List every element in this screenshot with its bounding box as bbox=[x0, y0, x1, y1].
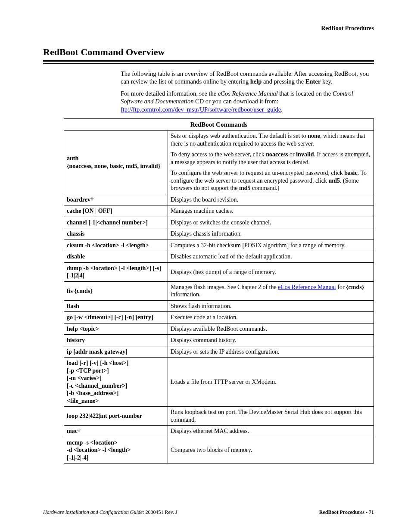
text: information. bbox=[171, 291, 201, 298]
desc-boardrev: Displays the board revision. bbox=[168, 194, 374, 205]
text: CD or you can download it from: bbox=[193, 98, 278, 105]
cmd-help: help <topic> bbox=[64, 323, 168, 335]
footer-left: Hardware Installation and Configuration … bbox=[43, 509, 177, 516]
cmd-boardrev: boardrev† bbox=[64, 194, 168, 205]
kw-invalid: invalid bbox=[296, 151, 314, 158]
cmd-dump: dump -b <location> [-l <length>] [-s] [-… bbox=[64, 262, 168, 281]
text: . bbox=[281, 106, 283, 113]
kw-basic: basic bbox=[344, 170, 357, 176]
table-row: cksum -b <location> -l <length>Computes … bbox=[64, 240, 374, 251]
table-row: chassisDisplays chassis information. bbox=[64, 228, 374, 240]
table-row: historyDisplays command history. bbox=[64, 335, 374, 346]
desc-auth: Sets or displays web authentication. The… bbox=[168, 131, 374, 194]
text: To deny access to the web server, click bbox=[171, 151, 266, 158]
cmd-auth: auth {noaccess, none, basic, md5, invali… bbox=[64, 131, 168, 194]
help-keyword: help bbox=[250, 78, 262, 85]
cmd-cache: cache [ON | OFF] bbox=[64, 205, 168, 217]
desc-mac: Displays ethernet MAC address. bbox=[168, 426, 374, 437]
desc-cache: Manages machine caches. bbox=[168, 205, 374, 217]
desc-mcmp: Compares two blocks of memory. bbox=[168, 437, 374, 464]
table-row: loop 232|422|int port-numberRuns loopbac… bbox=[64, 407, 374, 426]
cmd-disable: disable bbox=[64, 251, 168, 263]
table-row: go [-w <timeout>] [-c] [-n] [entry]Execu… bbox=[64, 312, 374, 324]
desc-fis: Manages flash images. See Chapter 2 of t… bbox=[168, 281, 374, 300]
text: key. bbox=[321, 78, 332, 85]
enter-keyword: Enter bbox=[305, 78, 321, 85]
table-title: RedBoot Commands bbox=[64, 118, 374, 131]
desc-history: Displays command history. bbox=[168, 335, 374, 346]
text: For more detailed information, see the bbox=[121, 90, 218, 97]
cmd-load: load [-r] [-v] [-h <host>] [-p <TCP port… bbox=[64, 358, 168, 407]
table-row: channel [-1|<channel number>]Displays or… bbox=[64, 217, 374, 228]
cmd-loop: loop 232|422|int port-number bbox=[64, 407, 168, 426]
cmd-channel: channel [-1|<channel number>] bbox=[64, 217, 168, 228]
cmd-fis: fis {cmds} bbox=[64, 281, 168, 300]
cmd-mac: mac† bbox=[64, 426, 168, 437]
footer-right: RedBoot Procedures - 71 bbox=[319, 509, 374, 516]
table-row: help <topic>Displays available RedBoot c… bbox=[64, 323, 374, 335]
doc-id: : 2000451 Rev. J bbox=[143, 509, 177, 515]
desc-go: Executes code at a location. bbox=[168, 312, 374, 324]
table-row: auth {noaccess, none, basic, md5, invali… bbox=[64, 131, 374, 194]
cmd-flash: flash bbox=[64, 300, 168, 312]
desc-cksum: Computes a 32-bit checksum [POSIX algori… bbox=[168, 240, 374, 251]
text: Sets or displays web authentication. The… bbox=[171, 133, 308, 139]
table-row: mcmp -s <location> -d <location> -l <len… bbox=[64, 437, 374, 464]
ftp-link[interactable]: ftp://ftp.comtrol.com/dev_mstr/UP/softwa… bbox=[121, 106, 281, 113]
intro-paragraph-1: The following table is an overview of Re… bbox=[121, 70, 374, 85]
page-title: RedBoot Command Overview bbox=[43, 47, 374, 58]
table-header-row: RedBoot Commands bbox=[64, 118, 374, 131]
text: Manages flash images. See Chapter 2 of t… bbox=[171, 284, 278, 290]
table-row: load [-r] [-v] [-h <host>] [-p <TCP port… bbox=[64, 358, 374, 407]
kw-md5: md5 bbox=[329, 177, 340, 184]
desc-paragraph: Sets or displays web authentication. The… bbox=[171, 132, 371, 147]
desc-help: Displays available RedBoot commands. bbox=[168, 323, 374, 335]
table-row: flashShows flash information. bbox=[64, 300, 374, 312]
table-row: cache [ON | OFF]Manages machine caches. bbox=[64, 205, 374, 217]
kw-md5: md5 bbox=[239, 185, 250, 191]
desc-ip: Displays or sets the IP address configur… bbox=[168, 346, 374, 358]
desc-chassis: Displays chassis information. bbox=[168, 228, 374, 240]
desc-channel: Displays or switches the console channel… bbox=[168, 217, 374, 228]
cmd-cksum: cksum -b <location> -l <length> bbox=[64, 240, 168, 251]
running-header: RedBoot Procedures bbox=[43, 25, 374, 32]
ecos-manual-name: eCos Reference Manual bbox=[218, 90, 278, 97]
desc-loop: Runs loopback test on port. The DeviceMa… bbox=[168, 407, 374, 426]
cmd-args: {noaccess, none, basic, md5, invalid} bbox=[67, 162, 165, 170]
redboot-commands-table: RedBoot Commands auth {noaccess, none, b… bbox=[64, 118, 374, 464]
kw-none: none bbox=[308, 133, 320, 139]
text: To configure the web server to request a… bbox=[171, 170, 344, 176]
intro-block: The following table is an overview of Re… bbox=[121, 70, 374, 113]
text: for bbox=[336, 284, 346, 290]
table-row: disableDisables automatic load of the de… bbox=[64, 251, 374, 263]
desc-paragraph: To configure the web server to request a… bbox=[171, 169, 371, 192]
kw-noaccess: noaccess bbox=[266, 151, 288, 158]
desc-load: Loads a file from TFTP server or XModem. bbox=[168, 358, 374, 407]
table-row: ip [addr mask gateway]Displays or sets t… bbox=[64, 346, 374, 358]
cmd-history: history bbox=[64, 335, 168, 346]
title-rule bbox=[43, 60, 374, 64]
cmd-name: auth bbox=[67, 155, 165, 162]
desc-flash: Shows flash information. bbox=[168, 300, 374, 312]
page-footer: Hardware Installation and Configuration … bbox=[43, 509, 374, 516]
cmd-mcmp: mcmp -s <location> -d <location> -l <len… bbox=[64, 437, 168, 464]
desc-paragraph: To deny access to the web server, click … bbox=[171, 151, 371, 166]
kw-cmds: {cmds} bbox=[346, 284, 364, 290]
ecos-manual-link[interactable]: eCos Reference Manual bbox=[278, 284, 336, 290]
text: or bbox=[288, 151, 296, 158]
cmd-go: go [-w <timeout>] [-c] [-n] [entry] bbox=[64, 312, 168, 324]
table-row: boardrev†Displays the board revision. bbox=[64, 194, 374, 205]
table-row: mac†Displays ethernet MAC address. bbox=[64, 426, 374, 437]
text: command.) bbox=[251, 185, 280, 191]
desc-dump: Displays (hex dump) of a range of memory… bbox=[168, 262, 374, 281]
intro-paragraph-2: For more detailed information, see the e… bbox=[121, 90, 374, 113]
cmd-ip: ip [addr mask gateway] bbox=[64, 346, 168, 358]
text: and pressing the bbox=[262, 78, 305, 85]
table-row: dump -b <location> [-l <length>] [-s] [-… bbox=[64, 262, 374, 281]
desc-disable: Disables automatic load of the default a… bbox=[168, 251, 374, 263]
guide-title: Hardware Installation and Configuration … bbox=[43, 509, 143, 515]
text: that is located on the bbox=[278, 90, 333, 97]
cmd-chassis: chassis bbox=[64, 228, 168, 240]
table-row: fis {cmds}Manages flash images. See Chap… bbox=[64, 281, 374, 300]
